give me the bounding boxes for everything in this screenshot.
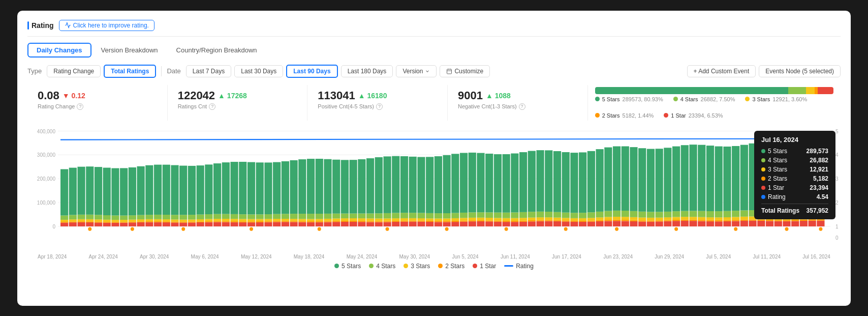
filter-total-ratings[interactable]: Total Ratings [104,65,156,78]
svg-rect-177 [324,218,331,221]
svg-rect-350 [622,221,629,226]
svg-rect-227 [409,218,417,220]
svg-rect-116 [222,221,230,222]
svg-rect-39 [86,166,94,215]
svg-rect-27 [69,219,77,221]
filter-rating-change[interactable]: Rating Change [47,65,101,77]
improve-rating-button[interactable]: Click here to improve rating. [59,20,154,31]
svg-rect-102 [197,219,204,221]
svg-rect-415 [732,221,739,226]
section-title: Rating [27,21,54,30]
info-icon-3[interactable]: ? [519,103,525,110]
svg-rect-25 [69,222,77,226]
svg-rect-56 [120,222,128,223]
svg-rect-306 [545,220,552,221]
svg-text:0: 0 [52,223,55,229]
svg-rect-136 [256,221,264,222]
svg-rect-140 [264,222,272,226]
svg-rect-255 [460,221,468,226]
svg-rect-359 [630,147,637,211]
svg-rect-296 [528,220,536,221]
events-node-button[interactable]: Events Node (5 selected) [759,65,841,77]
svg-rect-231 [417,220,425,221]
five-star-dot [595,97,600,101]
svg-rect-141 [264,221,272,222]
filter-last-30[interactable]: Last 30 Days [234,65,283,77]
svg-rect-76 [154,221,162,222]
x-axis-label: Jun 17, 2024 [552,254,581,260]
svg-rect-135 [256,222,264,226]
info-icon-2[interactable]: ? [376,103,383,110]
svg-rect-28 [69,215,77,219]
svg-text:5: 5 [835,128,839,134]
svg-rect-233 [417,213,425,218]
svg-rect-151 [282,221,289,222]
tooltip-four-star-val: 26,882 [810,157,828,164]
svg-rect-287 [511,218,518,220]
svg-rect-214 [383,156,391,213]
filter-version[interactable]: Version [396,65,437,77]
svg-rect-339 [596,149,604,212]
metric-delta-2: 16180 [358,92,387,100]
svg-rect-29 [69,167,77,215]
svg-rect-446 [783,220,790,221]
svg-rect-365 [647,221,655,226]
svg-rect-381 [672,219,680,220]
tooltip-two-star-val: 5,182 [813,175,828,182]
svg-rect-430 [757,220,765,226]
svg-rect-65 [137,222,145,226]
x-axis-label: May 30, 2024 [399,254,430,260]
svg-rect-378 [664,211,671,217]
tab-version-breakdown[interactable]: Version Breakdown [92,43,167,57]
svg-text:2: 2 [835,200,839,206]
svg-rect-194 [350,160,357,213]
x-axis-label: May 24, 2024 [347,254,378,260]
tab-daily-changes[interactable]: Daily Changes [27,43,91,58]
svg-rect-361 [638,220,646,221]
customize-button[interactable]: Customize [440,65,490,77]
svg-text:3: 3 [835,176,839,182]
svg-rect-384 [672,146,680,211]
filter-last-7[interactable]: Last 7 Days [186,65,231,77]
svg-rect-57 [120,220,128,222]
svg-rect-181 [332,221,340,222]
svg-rect-161 [298,221,306,222]
svg-rect-440 [774,221,782,226]
svg-rect-348 [613,210,621,216]
svg-rect-301 [536,220,544,221]
svg-rect-315 [562,221,570,226]
svg-rect-83 [163,215,170,219]
info-icon-0[interactable]: ? [77,103,83,110]
svg-rect-336 [596,220,604,221]
x-axis-label: Jun 23, 2024 [603,254,633,260]
tab-country-breakdown[interactable]: Country/Region Breakdown [168,43,266,57]
add-custom-event-button[interactable]: + Add Custom Event [687,65,756,77]
svg-rect-362 [638,217,646,220]
svg-rect-52 [111,220,119,222]
svg-rect-388 [681,211,689,217]
info-icon-1[interactable]: ? [209,103,215,110]
svg-rect-216 [392,221,399,222]
svg-rect-300 [536,221,544,226]
svg-rect-42 [95,219,102,221]
svg-rect-193 [350,213,357,218]
svg-rect-146 [273,221,281,222]
filter-last-90[interactable]: Last 90 Days [286,65,337,78]
svg-rect-303 [536,211,544,217]
svg-rect-266 [477,220,484,221]
legend-5stars-dot [334,264,339,268]
svg-rect-445 [783,221,790,226]
svg-rect-353 [622,211,629,217]
chart-container[interactable]: 400,000 300,000 200,000 100,000 0 5 4 3 … [27,126,841,253]
svg-rect-51 [111,222,119,223]
metric-positive-cnt: 113041 16180 Positive Cnt(4-5 Stars) ? [307,85,448,121]
svg-rect-324 [570,153,578,213]
svg-point-481 [615,227,618,231]
svg-rect-41 [95,221,102,222]
filter-last-180[interactable]: Last 180 Days [341,65,393,77]
svg-rect-416 [732,220,739,221]
type-label: Type [27,67,42,75]
svg-rect-385 [681,220,689,226]
svg-rect-322 [570,218,578,220]
svg-rect-235 [426,221,433,226]
